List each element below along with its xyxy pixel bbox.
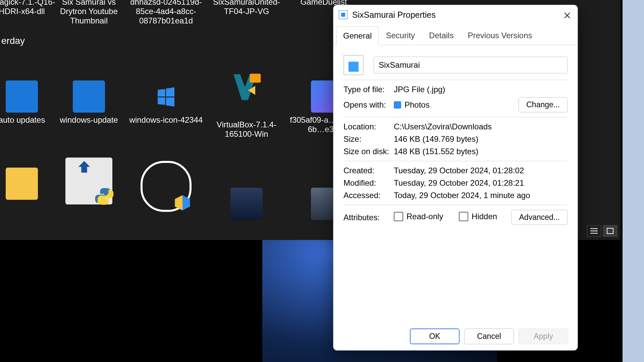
- size-label: Size:: [343, 134, 394, 144]
- separator: [343, 161, 568, 161]
- tab-previous-versions[interactable]: Previous Versions: [461, 26, 539, 45]
- opens-with-label: Opens with:: [343, 100, 394, 110]
- file-item[interactable]: SixSamuraiUnited-TF04-JP-VG: [208, 0, 285, 16]
- type-label: Type of file:: [343, 85, 394, 94]
- file-item[interactable]: [127, 161, 205, 215]
- file-item[interactable]: windows-icon-42344: [127, 80, 205, 125]
- type-value: JPG File (.jpg): [394, 85, 568, 94]
- accessed-label: Accessed:: [343, 191, 394, 200]
- checkbox-icon: [459, 212, 468, 221]
- advanced-button[interactable]: Advanced...: [512, 210, 568, 225]
- tab-strip: General Security Details Previous Versio…: [333, 26, 578, 45]
- attributes-label: Attributes:: [343, 213, 394, 222]
- separator: [343, 205, 568, 205]
- svg-rect-1: [250, 74, 261, 83]
- tab-details[interactable]: Details: [422, 26, 461, 45]
- tab-security[interactable]: Security: [379, 26, 422, 45]
- size-on-disk-value: 148 KB (151.552 bytes): [394, 147, 568, 156]
- hidden-checkbox[interactable]: Hidden: [459, 212, 497, 221]
- cancel-button[interactable]: Cancel: [464, 328, 514, 344]
- modified-label: Modified:: [343, 178, 394, 188]
- file-thumbnail-icon: [343, 55, 364, 75]
- location-label: Location:: [343, 122, 394, 131]
- zip-folder-icon: [6, 168, 38, 200]
- modified-value: Tuesday, 29 October 2024, 01:28:21: [394, 178, 568, 188]
- file-item[interactable]: dhhazsd-0245119d-85ce-4ad4-a8cc-08787b01…: [127, 0, 205, 25]
- size-value: 146 KB (149.769 bytes): [394, 134, 568, 144]
- file-type-icon: [339, 10, 347, 19]
- apply-button[interactable]: Apply: [519, 328, 568, 344]
- file-name-input[interactable]: [374, 57, 568, 73]
- general-tab-content: Type of file: JPG File (.jpg) Opens with…: [333, 45, 578, 231]
- windows-logo-icon: [150, 80, 182, 113]
- tab-general[interactable]: General: [336, 26, 379, 45]
- accessed-value: Today, 29 October 2024, 1 minute ago: [394, 191, 568, 200]
- python-installer-icon: [65, 158, 112, 204]
- image-thumbnail-icon: [230, 188, 263, 220]
- virtualbox-icon: [230, 57, 263, 117]
- separator: [343, 117, 568, 117]
- opens-with-value: Photos: [405, 100, 430, 110]
- thumbnail-view-button[interactable]: [603, 225, 617, 237]
- svg-rect-0: [607, 228, 613, 234]
- created-value: Tuesday, 29 October 2024, 01:28:02: [394, 166, 568, 175]
- group-header: erday: [1, 36, 25, 46]
- obs-icon: [141, 161, 192, 212]
- file-item[interactable]: VirtualBox-7.1.4-165100-Win: [208, 57, 285, 139]
- photos-app-icon: [394, 101, 401, 109]
- size-on-disk-label: Size on disk:: [343, 147, 394, 156]
- dialog-title: SixSamurai Properties: [352, 10, 436, 20]
- close-button[interactable]: [560, 8, 574, 22]
- created-label: Created:: [343, 166, 394, 175]
- windows-icon: [73, 80, 105, 113]
- file-item[interactable]: [208, 188, 285, 223]
- details-view-button[interactable]: [587, 225, 601, 237]
- readonly-checkbox[interactable]: Read-only: [394, 212, 443, 221]
- view-toggle: [587, 225, 617, 237]
- ok-button[interactable]: OK: [410, 328, 460, 344]
- dialog-titlebar: SixSamurai Properties: [333, 5, 578, 24]
- file-item[interactable]: [50, 158, 127, 207]
- location-value: C:\Users\Zovira\Downloads: [394, 122, 568, 131]
- checkbox-icon: [394, 212, 403, 221]
- change-button[interactable]: Change...: [519, 97, 568, 112]
- file-item[interactable]: Six Samurai vs Drytron Youtube Thumbnail: [50, 0, 127, 25]
- properties-dialog: SixSamurai Properties General Security D…: [333, 5, 578, 351]
- file-item[interactable]: windows-update: [50, 80, 127, 125]
- windows-icon: [6, 80, 38, 113]
- separator: [343, 80, 568, 80]
- desktop-wallpaper-right: [623, 0, 644, 362]
- dialog-footer: OK Cancel Apply: [333, 328, 578, 344]
